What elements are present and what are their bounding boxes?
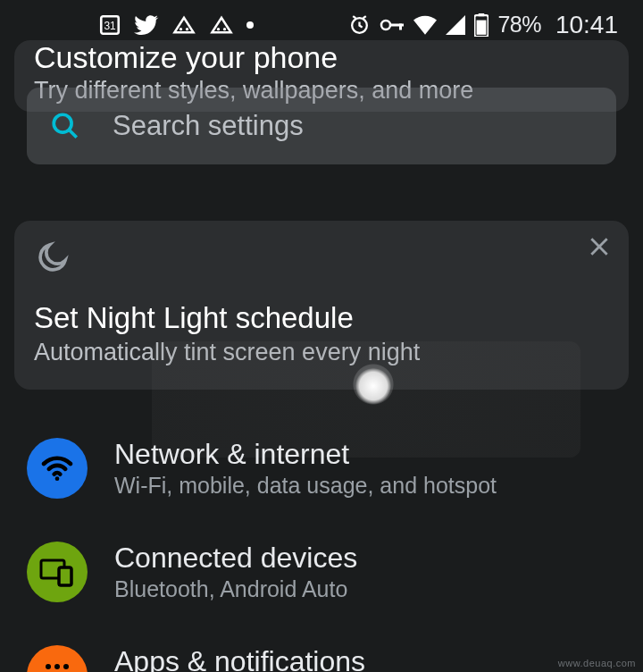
svg-rect-12 <box>477 20 487 34</box>
search-icon <box>50 111 80 141</box>
status-right-icons: 78% 10:41 <box>348 11 618 39</box>
calendar-icon: 31 <box>98 13 121 37</box>
svg-point-17 <box>55 476 60 481</box>
svg-text:31: 31 <box>104 20 116 32</box>
svg-point-23 <box>63 664 69 669</box>
battery-percent: 78% <box>497 12 541 38</box>
row-connected-subtitle: Bluetooth, Android Auto <box>114 576 357 602</box>
notification-icon-2 <box>209 13 234 38</box>
night-light-subtitle: Automatically tint screen every night <box>34 339 609 366</box>
alarm-icon <box>348 13 371 36</box>
battery-icon <box>474 13 489 37</box>
svg-point-22 <box>54 664 60 669</box>
svg-rect-9 <box>399 23 402 29</box>
svg-point-21 <box>46 664 51 669</box>
svg-rect-11 <box>479 13 485 16</box>
watermark: www.deuaq.com <box>558 658 636 668</box>
devices-circle-icon <box>27 542 88 602</box>
wifi-circle-icon <box>27 438 88 499</box>
row-network-title: Network & internet <box>114 438 497 471</box>
search-settings-bar[interactable]: Search settings <box>27 88 616 164</box>
status-left-icons: 31 <box>98 13 254 38</box>
apps-circle-icon <box>27 645 88 672</box>
svg-point-4 <box>217 28 220 30</box>
moon-icon <box>34 240 609 280</box>
svg-point-5 <box>223 28 226 30</box>
night-light-title: Set Night Light schedule <box>34 301 609 335</box>
customize-phone-title: Customize your phone <box>34 40 609 75</box>
svg-line-14 <box>69 130 77 138</box>
cellular-signal-icon <box>446 15 465 35</box>
close-icon[interactable] <box>588 235 611 262</box>
row-network-internet[interactable]: Network & internet Wi-Fi, mobile, data u… <box>0 416 643 520</box>
svg-point-2 <box>180 28 182 30</box>
svg-rect-19 <box>59 567 71 585</box>
row-apps-title: Apps & notifications <box>114 645 373 672</box>
row-connected-title: Connected devices <box>114 542 357 575</box>
row-connected-devices[interactable]: Connected devices Bluetooth, Android Aut… <box>0 520 643 624</box>
notification-icon-1 <box>171 13 196 38</box>
search-placeholder: Search settings <box>113 110 304 142</box>
settings-list: Network & internet Wi-Fi, mobile, data u… <box>0 416 643 672</box>
clock: 10:41 <box>555 11 618 39</box>
night-light-card[interactable]: Set Night Light schedule Automatically t… <box>14 221 629 390</box>
twitter-icon <box>134 13 159 38</box>
vpn-key-icon <box>380 15 405 35</box>
row-apps-notifications[interactable]: Apps & notifications Recent apps, defaul… <box>0 624 643 672</box>
wifi-icon <box>413 15 437 35</box>
svg-point-3 <box>186 28 188 30</box>
svg-point-7 <box>381 21 390 29</box>
svg-point-13 <box>54 114 71 132</box>
row-network-subtitle: Wi-Fi, mobile, data usage, and hotspot <box>114 473 497 499</box>
more-notifications-dot <box>246 21 254 29</box>
